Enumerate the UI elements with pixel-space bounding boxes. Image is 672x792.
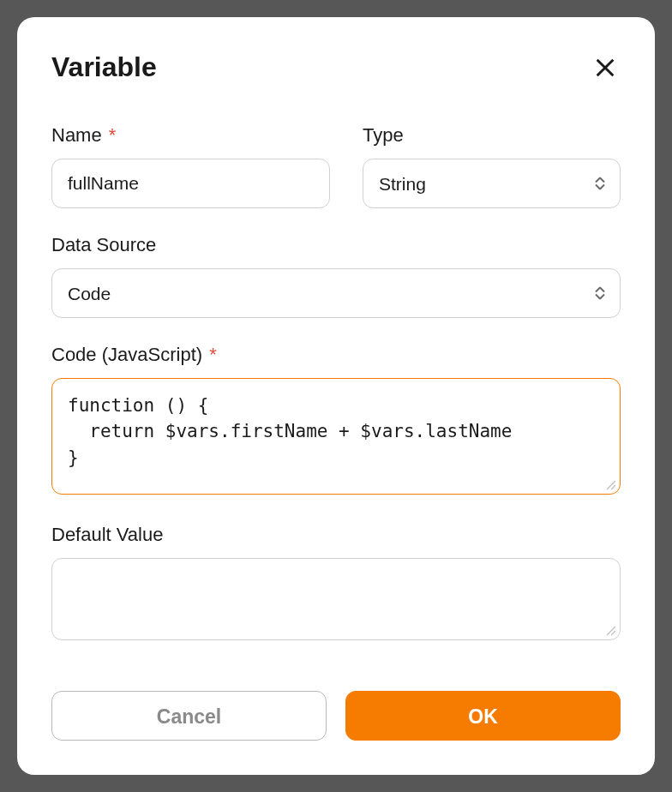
dialog-header: Variable [51, 51, 621, 83]
data-source-group: Data Source Code [51, 234, 621, 318]
name-label-text: Name [51, 124, 102, 146]
name-label: Name * [51, 124, 330, 147]
code-group: Code (JavaScript) * function () { return… [51, 344, 621, 498]
data-source-label: Data Source [51, 234, 621, 256]
type-select[interactable]: String [363, 159, 621, 208]
name-type-row: Name * Type String [51, 124, 621, 208]
default-value-label: Default Value [51, 524, 621, 546]
default-value-group: Default Value [51, 524, 621, 644]
variable-dialog: Variable Name * Type String [17, 17, 655, 775]
type-group: Type String [363, 124, 621, 208]
code-textarea[interactable]: function () { return $vars.firstName + $… [51, 378, 621, 495]
data-source-select[interactable]: Code [51, 268, 621, 318]
type-select-wrapper: String [363, 159, 621, 208]
form-body: Name * Type String Data Source [51, 124, 621, 741]
close-button[interactable] [590, 52, 621, 83]
dialog-title: Variable [51, 51, 157, 83]
data-source-select-wrapper: Code [51, 268, 621, 318]
code-label: Code (JavaScript) * [51, 344, 621, 366]
code-label-text: Code (JavaScript) [51, 344, 202, 365]
code-textarea-wrapper: function () { return $vars.firstName + $… [51, 378, 621, 498]
name-group: Name * [51, 124, 330, 208]
default-value-textarea[interactable] [51, 558, 621, 640]
cancel-button[interactable]: Cancel [51, 691, 327, 741]
default-value-textarea-wrapper [51, 558, 621, 644]
required-asterisk: * [104, 124, 117, 146]
ok-button[interactable]: OK [345, 691, 621, 741]
dialog-footer: Cancel OK [51, 691, 621, 741]
required-asterisk: * [204, 344, 217, 365]
name-input[interactable] [51, 159, 330, 208]
type-label: Type [363, 124, 621, 147]
close-icon [593, 56, 617, 80]
